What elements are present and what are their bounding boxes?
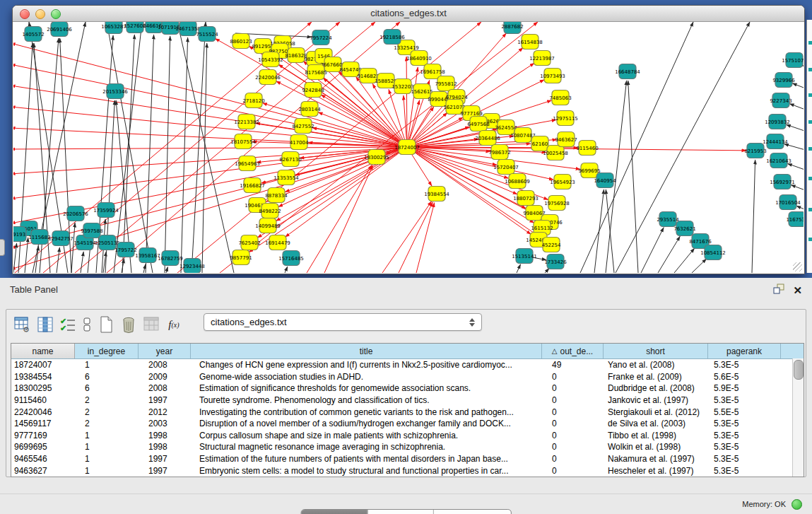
table-row[interactable]: 1872400712008Changes of HCN gene express… [11,359,804,371]
table-cell[interactable]: 2008 [139,383,191,393]
column-header-out_de[interactable]: △out_de... [542,344,604,358]
citation-edge-black[interactable] [789,104,804,112]
graph-node[interactable]: 39193 [13,227,26,242]
table-cell[interactable]: 0 [542,454,604,464]
graph-node[interactable]: 18107554 [230,134,256,149]
graph-node[interactable]: 1795722 [114,243,136,257]
table-cell[interactable]: 9777169 [11,431,75,440]
function-builder-icon[interactable]: f(x) [165,315,183,334]
table-cell[interactable]: 22420046 [11,407,75,417]
table-cell[interactable]: de Silva et al. (2003) [604,419,708,428]
graph-node[interactable]: 15716485 [278,251,304,266]
citation-edge-red[interactable] [13,107,399,146]
graph-node[interactable]: 1640954 [594,173,616,188]
table-cell[interactable]: 49 [542,360,604,370]
graph-node[interactable]: 2803144 [298,102,321,117]
graph-node[interactable]: 17359924 [93,203,119,218]
table-cell[interactable]: Franke et al. (2009) [604,372,708,382]
graph-node[interactable]: 10653287 [101,22,126,34]
graph-node[interactable]: 7515524 [196,27,218,42]
table-cell[interactable]: 0 [542,407,604,417]
citation-edge-black[interactable] [752,160,755,273]
table-cell[interactable]: 18724007 [11,360,75,370]
graph-node[interactable]: 18807293 [513,191,539,206]
citation-edge-red[interactable] [404,95,406,139]
table-cell[interactable]: Corpus callosum shape and size in male p… [191,431,542,440]
graph-node[interactable]: 8215953 [744,144,766,158]
citation-edge-red[interactable] [13,147,399,149]
citation-edge-black[interactable] [192,22,206,273]
table-cell[interactable]: 2 [75,419,139,428]
table-row[interactable]: 977716911998Corpus callosum shape and si… [11,430,804,442]
dock-handle[interactable] [0,239,5,256]
graph-node[interactable]: 8175685 [305,65,326,80]
graph-node[interactable]: 452254 [542,238,561,252]
graph-node[interactable]: 7986372 [488,145,510,160]
table-cell[interactable]: 0 [542,395,604,405]
float-window-icon[interactable] [773,284,784,297]
graph-node[interactable]: 1115682 [28,230,50,245]
graph-node[interactable]: 9397588 [81,223,102,238]
citation-edge-red[interactable] [307,165,372,273]
table-row[interactable]: 1830029562008Estimation of significance … [11,382,804,395]
table-cell[interactable]: 9699695 [11,442,75,452]
delete-table-icon[interactable] [119,315,138,334]
graph-node[interactable]: 20153346 [102,84,128,99]
graph-node[interactable]: 2935514 [657,212,679,227]
citation-edge-black[interactable] [692,259,707,273]
citation-edge-black[interactable] [71,223,75,273]
table-cell[interactable]: 1 [75,360,139,370]
citation-edge-black[interactable] [81,252,83,273]
table-cell[interactable]: 0 [542,466,604,476]
citation-edge-red[interactable] [13,149,399,248]
graph-node[interactable]: 15135141 [512,249,537,264]
citation-edge-black[interactable] [166,267,167,273]
table-cell[interactable]: Dudbridge et al. (2008) [604,383,708,393]
table-selector-dropdown[interactable]: citations_edges.txt [204,313,482,331]
graph-node[interactable]: 16914479 [265,235,290,250]
table-cell[interactable]: 5.5E-5 [708,407,781,417]
graph-node[interactable]: 62160 [531,136,548,151]
table-cell[interactable]: 2009 [139,372,191,382]
citation-edge-black[interactable] [25,238,28,273]
graph-node[interactable]: 19166827 [240,178,265,193]
table-cell[interactable]: 5.3E-5 [708,395,781,405]
table-cell[interactable]: 5.3E-5 [708,419,781,428]
graph-node[interactable]: 417004 [290,135,309,150]
graph-node[interactable]: 6497568 [467,117,489,132]
table-cell[interactable]: Genome-wide association studies in ADHD. [191,372,542,382]
table-cell[interactable]: 0 [542,442,604,452]
table-cell[interactable]: 0 [542,431,604,440]
table-cell[interactable]: 2008 [139,360,191,370]
table-cell[interactable]: Jankovic et al. (1997) [604,395,708,405]
column-header-year[interactable]: year [139,344,191,358]
table-cell[interactable]: 1997 [139,466,191,476]
table-cell[interactable]: 1997 [139,454,191,464]
table-cell[interactable]: 2 [75,395,139,405]
graph-node[interactable]: 8878334 [265,188,288,203]
graph-node[interactable]: 17016504 [775,195,801,210]
graph-node[interactable]: 7625402 [238,235,260,250]
citation-edge-black[interactable] [674,248,695,273]
table-cell[interactable]: 5.3E-5 [708,466,781,476]
table-row[interactable]: 2242004622012Investigating the contribut… [11,406,804,418]
table-cell[interactable]: 1 [75,442,139,452]
table-cell[interactable]: Structural magnetic resonance image aver… [191,442,542,452]
table-cell[interactable]: 6 [75,383,139,393]
citation-edge-red[interactable] [382,201,432,273]
network-canvas[interactable]: 1872400718300295193845548860123891295418… [13,22,804,273]
table-cell[interactable]: 2 [75,407,139,417]
show-columns-icon[interactable] [36,315,54,334]
citation-edge-red[interactable] [285,152,401,238]
column-header-name[interactable]: name [11,344,75,358]
graph-node[interactable]: 7955812 [435,76,457,91]
table-cell[interactable]: 5.3E-5 [708,442,781,452]
graph-node[interactable]: 15720407 [493,160,519,175]
graph-node[interactable]: 7632621 [673,221,695,236]
table-cell[interactable]: 1998 [139,431,191,440]
citation-edge-red[interactable] [416,203,435,273]
citation-edge-red[interactable] [324,165,373,273]
citation-edge-black[interactable] [285,267,288,273]
table-scrollbar[interactable] [792,358,804,477]
graph-node[interactable]: 9242848 [302,83,324,98]
